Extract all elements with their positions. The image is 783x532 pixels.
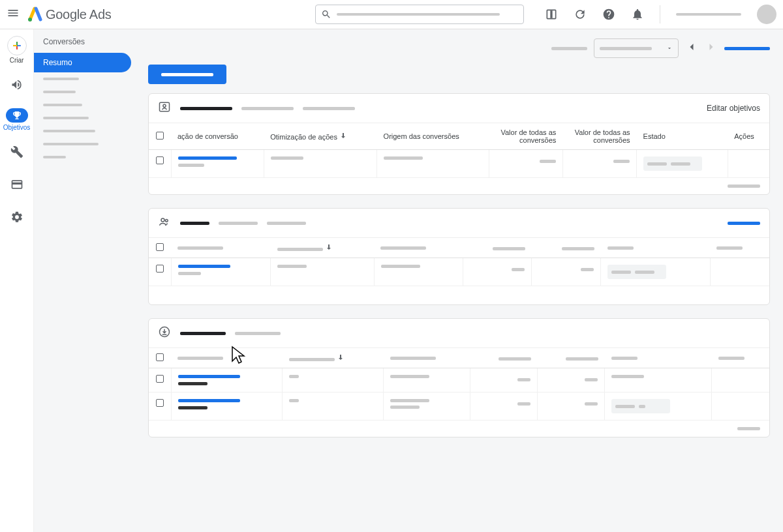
sort-arrow-down-icon xyxy=(325,243,333,251)
card-downloads xyxy=(148,318,770,437)
select-all-checkbox[interactable] xyxy=(156,353,164,361)
sidebar: Conversões Resumo xyxy=(34,29,135,532)
date-picker[interactable] xyxy=(594,38,679,58)
table-row xyxy=(149,150,769,178)
svg-point-6 xyxy=(166,220,168,222)
contact-icon xyxy=(158,100,171,116)
rail-campaigns[interactable] xyxy=(8,76,26,96)
rail-admin[interactable] xyxy=(8,208,26,229)
user-avatar[interactable] xyxy=(757,5,776,24)
svg-point-0 xyxy=(28,18,32,22)
card-head-link[interactable] xyxy=(728,222,760,225)
left-rail: Criar Objetivos xyxy=(0,29,34,532)
people-icon xyxy=(158,215,171,231)
help-icon[interactable] xyxy=(602,8,615,21)
sidebar-item-6[interactable] xyxy=(34,125,131,138)
google-ads-logo: Google Ads xyxy=(27,7,111,22)
sidebar-title: Conversões xyxy=(34,37,135,53)
header-divider xyxy=(660,5,660,23)
rail-create[interactable]: Criar xyxy=(7,36,27,64)
ads-logo-icon xyxy=(27,7,43,22)
col-optimization[interactable]: Otimização de ações xyxy=(264,123,376,150)
logo-text: Google Ads xyxy=(46,7,111,22)
select-all-checkbox[interactable] xyxy=(156,132,164,140)
audience-table xyxy=(149,238,769,286)
sort-arrow-down-icon xyxy=(337,353,345,361)
select-all-checkbox[interactable] xyxy=(156,243,164,251)
rail-objectives[interactable]: Objetivos xyxy=(3,108,31,131)
table-row xyxy=(149,258,769,286)
prev-period[interactable] xyxy=(685,40,698,56)
rail-objectives-label: Objetivos xyxy=(3,124,31,131)
refresh-icon[interactable] xyxy=(574,8,587,21)
col-action[interactable]: ação de conversão xyxy=(171,123,264,150)
trophy-icon xyxy=(12,110,22,121)
rail-tools[interactable] xyxy=(8,143,26,164)
top-header: Google Ads xyxy=(0,0,783,29)
sidebar-item-summary[interactable]: Resumo xyxy=(34,53,131,72)
col-value2[interactable]: Valor de todas as conversões xyxy=(562,123,636,150)
state-badge xyxy=(607,265,666,279)
search-icon xyxy=(321,9,331,20)
footer-link[interactable] xyxy=(737,427,760,430)
account-name-placeholder xyxy=(676,13,741,16)
row-checkbox[interactable] xyxy=(156,265,164,273)
svg-point-4 xyxy=(163,104,166,107)
state-badge xyxy=(643,156,702,171)
svg-rect-2 xyxy=(550,10,552,18)
top-link[interactable] xyxy=(724,47,770,50)
row-checkbox[interactable] xyxy=(156,375,164,383)
sidebar-item-5[interactable] xyxy=(34,111,131,125)
col-actions[interactable]: Ações xyxy=(728,123,769,150)
card-conversion-actions: Editar objetivos ação de conversão Otimi… xyxy=(148,93,770,195)
sidebar-item-4[interactable] xyxy=(34,98,131,111)
col-value1[interactable]: Valor de todas as conversões xyxy=(489,123,562,150)
hamburger-icon[interactable] xyxy=(7,7,20,22)
edit-objectives-link[interactable]: Editar objetivos xyxy=(707,104,760,113)
sidebar-item-3[interactable] xyxy=(34,85,131,98)
conversion-table: ação de conversão Otimização de ações Or… xyxy=(149,123,769,178)
next-period[interactable] xyxy=(705,40,718,56)
sort-arrow-down-icon xyxy=(339,132,347,140)
col-source[interactable]: Origem das conversões xyxy=(377,123,489,150)
sidebar-item-label: Resumo xyxy=(43,58,72,67)
downloads-table xyxy=(149,348,769,421)
svg-point-5 xyxy=(161,218,164,222)
state-badge xyxy=(611,399,670,413)
primary-action-button[interactable] xyxy=(148,65,226,84)
rail-billing[interactable] xyxy=(8,175,26,196)
footer-link[interactable] xyxy=(728,185,760,188)
row-link[interactable] xyxy=(178,265,230,268)
plus-icon xyxy=(7,36,27,55)
card-audience xyxy=(148,208,770,305)
sidebar-item-2[interactable] xyxy=(34,72,131,85)
rail-create-label: Criar xyxy=(10,57,24,64)
download-icon xyxy=(158,325,171,341)
sidebar-item-7[interactable] xyxy=(34,138,131,151)
appearance-icon[interactable] xyxy=(545,8,558,21)
row-checkbox[interactable] xyxy=(156,399,164,407)
row-checkbox[interactable] xyxy=(156,156,164,164)
table-row xyxy=(149,392,769,421)
row-link[interactable] xyxy=(178,375,240,378)
row-link[interactable] xyxy=(178,156,237,160)
notifications-icon[interactable] xyxy=(631,8,644,21)
main-content: Editar objetivos ação de conversão Otimi… xyxy=(135,29,783,532)
chevron-down-icon xyxy=(666,45,673,52)
row-link[interactable] xyxy=(178,399,240,402)
table-row xyxy=(149,368,769,392)
top-label xyxy=(551,47,587,50)
col-state[interactable]: Estado xyxy=(637,123,728,150)
search-input[interactable] xyxy=(315,5,524,24)
sidebar-item-8[interactable] xyxy=(34,151,131,164)
